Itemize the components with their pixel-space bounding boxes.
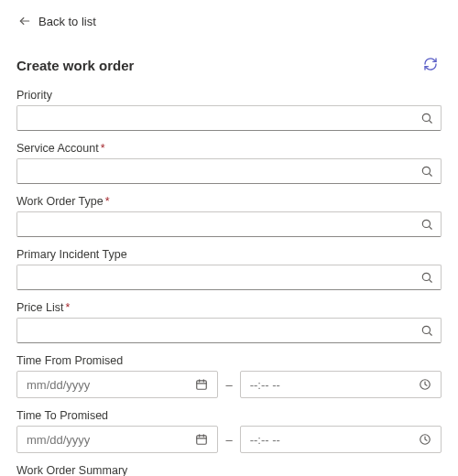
time-from-time[interactable]	[240, 371, 442, 398]
work-order-type-lookup[interactable]	[16, 211, 442, 237]
svg-line-2	[429, 120, 431, 123]
calendar-icon[interactable]	[193, 431, 210, 448]
work-order-type-input[interactable]	[23, 213, 419, 235]
clock-icon[interactable]	[417, 376, 433, 393]
time-to-date-input[interactable]	[25, 432, 193, 448]
incident-type-label: Primary Incident Type	[16, 248, 442, 261]
time-from-date[interactable]	[16, 371, 218, 398]
required-mark: *	[65, 301, 70, 314]
search-icon[interactable]	[419, 216, 435, 233]
search-icon[interactable]	[419, 269, 435, 286]
priority-lookup[interactable]	[16, 105, 442, 131]
svg-rect-16	[197, 436, 207, 444]
arrow-left-icon	[16, 13, 33, 29]
svg-line-8	[429, 279, 431, 282]
time-to-time-input[interactable]	[248, 432, 417, 448]
incident-type-input[interactable]	[23, 266, 419, 288]
search-icon[interactable]	[419, 110, 435, 126]
incident-type-lookup[interactable]	[16, 265, 442, 290]
page-title: Create work order	[16, 58, 134, 73]
time-from-time-input[interactable]	[248, 377, 417, 393]
svg-line-6	[429, 226, 431, 229]
time-to-label: Time To Promised	[16, 409, 442, 422]
refresh-button[interactable]	[420, 53, 442, 78]
price-list-lookup[interactable]	[16, 318, 442, 343]
range-separator: –	[225, 433, 232, 447]
required-mark: *	[105, 195, 110, 208]
svg-rect-11	[197, 381, 207, 389]
required-mark: *	[101, 142, 105, 155]
refresh-icon	[423, 57, 438, 74]
priority-input[interactable]	[23, 107, 419, 129]
service-account-label: Service Account*	[16, 142, 442, 155]
price-list-label: Price List*	[16, 301, 442, 314]
search-icon[interactable]	[419, 322, 435, 339]
time-to-time[interactable]	[240, 426, 442, 453]
search-icon[interactable]	[419, 163, 435, 179]
service-account-lookup[interactable]	[16, 158, 442, 184]
time-from-label: Time From Promised	[16, 354, 442, 367]
time-from-date-input[interactable]	[25, 377, 193, 393]
svg-line-10	[429, 332, 431, 335]
service-account-input[interactable]	[23, 160, 419, 182]
range-separator: –	[225, 378, 232, 392]
calendar-icon[interactable]	[193, 376, 210, 393]
price-list-input[interactable]	[23, 319, 419, 341]
back-to-list-label: Back to list	[38, 15, 96, 28]
svg-line-4	[429, 173, 431, 176]
time-to-date[interactable]	[16, 426, 218, 453]
work-order-type-label: Work Order Type*	[16, 195, 442, 208]
priority-label: Priority	[16, 89, 442, 102]
summary-label: Work Order Summary	[16, 464, 442, 476]
clock-icon[interactable]	[417, 431, 433, 448]
back-to-list-link[interactable]: Back to list	[16, 9, 96, 33]
